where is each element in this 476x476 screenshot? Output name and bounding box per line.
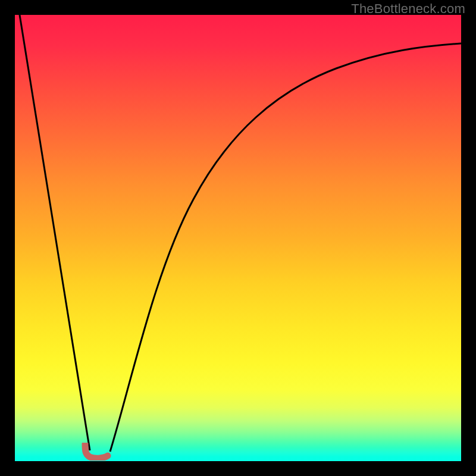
bottleneck-curve [15, 15, 461, 461]
chart-container: TheBottleneck.com [0, 0, 476, 476]
ascending-curve [110, 43, 461, 452]
descending-segment [20, 15, 90, 450]
dip-marker-stroke [85, 444, 108, 458]
plot-area [15, 15, 461, 461]
dip-marker [79, 443, 112, 461]
watermark-text: TheBottleneck.com [351, 1, 465, 17]
